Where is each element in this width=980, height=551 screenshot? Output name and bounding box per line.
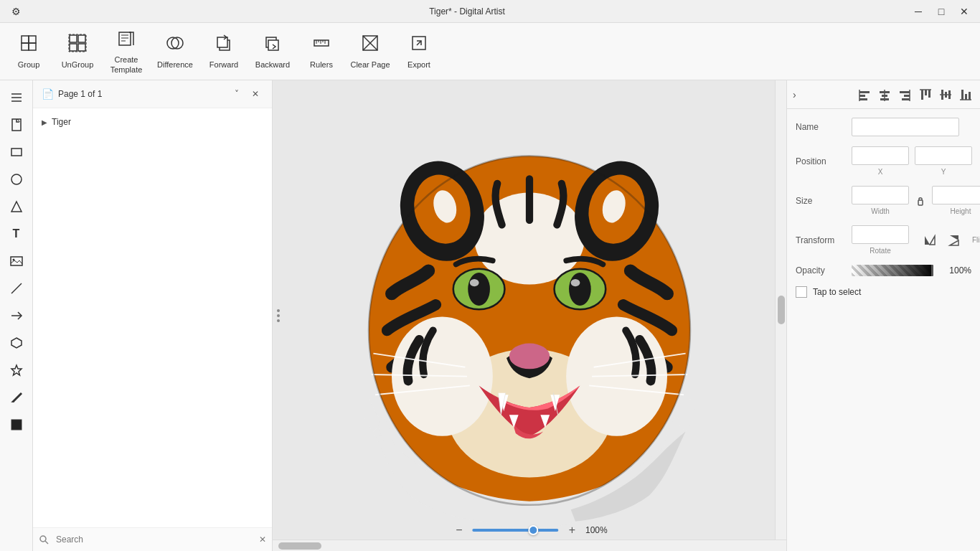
- toolbar-ungroup[interactable]: UnGroup: [55, 27, 100, 77]
- difference-label: Difference: [157, 60, 193, 70]
- handle-dot-3: [277, 319, 280, 322]
- svg-rect-74: [859, 91, 870, 93]
- rectangle-tool-button[interactable]: [4, 139, 29, 165]
- canvas-area[interactable]: − + 100%: [273, 80, 786, 551]
- align-top-button[interactable]: [915, 85, 934, 104]
- opacity-slider[interactable]: [852, 265, 933, 276]
- svg-rect-16: [217, 37, 227, 47]
- polygon-tool-button[interactable]: [4, 330, 29, 356]
- canvas-scrollbar-horizontal[interactable]: [273, 540, 786, 551]
- position-x-input[interactable]: [852, 146, 909, 165]
- arrow-tool-button[interactable]: [4, 303, 29, 329]
- search-clear-button[interactable]: ✕: [259, 534, 266, 545]
- layers-header: 📄 Page 1 of 1 ˅ ✕: [33, 80, 272, 108]
- scroll-thumb-horizontal[interactable]: [278, 542, 321, 550]
- toolbar-group[interactable]: Group: [6, 27, 52, 77]
- layers-controls: ˅ ✕: [229, 86, 263, 102]
- window-controls: ─ □ ✕: [908, 4, 974, 19]
- rotate-input[interactable]: [852, 225, 909, 244]
- height-input[interactable]: [932, 186, 980, 204]
- layer-tiger[interactable]: ▶ Tiger: [33, 114, 272, 130]
- scroll-thumb-vertical[interactable]: [778, 296, 785, 324]
- tiger-container: [294, 95, 765, 529]
- svg-rect-98: [918, 200, 923, 205]
- svg-rect-84: [902, 98, 910, 100]
- tap-to-select-row: Tap to select: [796, 286, 971, 298]
- tiger-svg: [300, 83, 759, 542]
- transform-row: Transform Rotate Flip: [796, 225, 971, 255]
- page-title: Page 1 of 1: [58, 89, 102, 99]
- flip-label: Flip: [972, 236, 980, 244]
- image-tool-button[interactable]: [4, 248, 29, 274]
- group-label: Group: [18, 60, 40, 70]
- align-right-button[interactable]: [895, 85, 914, 104]
- circle-tool-button[interactable]: [4, 166, 29, 192]
- pen-tool-button[interactable]: [4, 385, 29, 410]
- toolbar-forward[interactable]: Forward: [201, 27, 247, 77]
- svg-rect-34: [11, 149, 22, 156]
- layers-collapse-button[interactable]: ˅: [229, 86, 245, 102]
- settings-button[interactable]: ⚙: [6, 4, 26, 19]
- align-bottom-button[interactable]: [956, 85, 974, 104]
- svg-marker-42: [11, 365, 22, 375]
- tap-to-select-checkbox[interactable]: [796, 286, 807, 298]
- title-bar: ⚙ Tiger* - Digital Artist ─ □ ✕: [0, 0, 980, 23]
- line-tool-button[interactable]: [4, 276, 29, 301]
- align-middle-v-button[interactable]: [936, 85, 954, 104]
- toolbar-rulers[interactable]: Rulers: [298, 27, 344, 77]
- svg-marker-102: [950, 240, 958, 245]
- width-label: Width: [871, 207, 890, 215]
- close-button[interactable]: ✕: [954, 4, 974, 19]
- page-tool-button[interactable]: [4, 112, 29, 138]
- toolbar-difference[interactable]: Difference: [152, 27, 198, 77]
- toolbar-clear-page[interactable]: Clear Page: [347, 27, 393, 77]
- backward-icon: [263, 33, 283, 57]
- canvas-scrollbar-vertical[interactable]: [775, 80, 786, 540]
- ungroup-label: UnGroup: [62, 60, 94, 70]
- toolbar-backward[interactable]: Backward: [250, 27, 296, 77]
- x-label: X: [878, 168, 883, 176]
- fill-tool-button[interactable]: [4, 412, 29, 438]
- maximize-button[interactable]: □: [931, 4, 951, 19]
- align-left-button[interactable]: [855, 85, 874, 104]
- opacity-filled: [852, 265, 933, 276]
- align-center-h-button[interactable]: [875, 85, 894, 104]
- svg-rect-96: [969, 92, 971, 100]
- y-label: Y: [941, 168, 946, 176]
- zoom-out-button[interactable]: −: [451, 522, 466, 538]
- position-row: Position X Y: [796, 146, 971, 176]
- svg-rect-7: [78, 44, 85, 51]
- search-input[interactable]: [52, 532, 256, 547]
- svg-rect-44: [11, 420, 22, 430]
- canvas-handle[interactable]: [274, 305, 283, 326]
- toolbar-export[interactable]: Export: [396, 27, 442, 77]
- minimize-button[interactable]: ─: [908, 4, 928, 19]
- create-template-label: CreateTemplate: [110, 55, 143, 74]
- right-panel-top: ›: [787, 80, 980, 109]
- hamburger-menu-button[interactable]: [4, 85, 29, 110]
- handle-dot-1: [277, 309, 280, 312]
- zoom-slider[interactable]: [473, 529, 559, 532]
- align-buttons: [855, 85, 974, 104]
- svg-rect-2: [22, 43, 29, 50]
- ungroup-icon: [67, 33, 88, 57]
- name-input[interactable]: [852, 118, 959, 136]
- toolbar-create-template[interactable]: CreateTemplate: [103, 27, 149, 77]
- text-tool-button[interactable]: T: [4, 221, 29, 247]
- svg-line-39: [11, 283, 22, 293]
- toolbar: Group UnGroup CreateTemplate Difference …: [0, 23, 980, 80]
- svg-rect-87: [925, 90, 927, 95]
- triangle-tool-button[interactable]: [4, 194, 29, 220]
- layers-close-button[interactable]: ✕: [248, 86, 263, 102]
- zoom-in-button[interactable]: +: [565, 522, 580, 538]
- svg-rect-76: [859, 98, 867, 100]
- flip-horizontal-button[interactable]: [920, 231, 939, 250]
- lock-proportions-button[interactable]: [915, 193, 926, 209]
- position-y-input[interactable]: [915, 146, 972, 165]
- width-input[interactable]: [852, 186, 909, 204]
- panel-expand-button[interactable]: ›: [793, 89, 796, 100]
- svg-rect-94: [961, 90, 963, 100]
- flip-vertical-button[interactable]: [945, 231, 963, 250]
- star-tool-button[interactable]: [4, 357, 29, 383]
- tap-to-select-label: Tap to select: [813, 287, 861, 297]
